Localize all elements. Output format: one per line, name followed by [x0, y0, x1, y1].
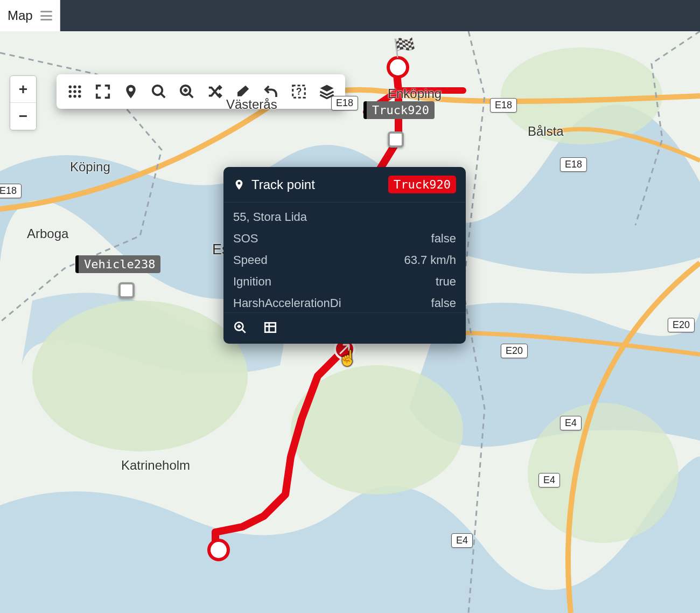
svg-point-11 [78, 90, 81, 93]
svg-point-8 [78, 86, 81, 89]
svg-point-15 [153, 86, 163, 95]
map-menu-button[interactable]: Map [0, 0, 60, 32]
road-sign: E20 [501, 344, 528, 358]
road-sign: E4 [451, 533, 473, 548]
svg-point-13 [73, 95, 76, 98]
fullscreen-button[interactable] [90, 79, 116, 105]
finish-flag-icon: 🏁 [393, 37, 416, 58]
road-sign: E18 [560, 157, 587, 172]
vehicle-label-truck[interactable]: Truck920 [363, 101, 435, 119]
pin-icon [123, 83, 139, 100]
city-label: Köping [70, 159, 110, 175]
svg-point-10 [73, 90, 76, 93]
select-help-button[interactable]: ? [286, 79, 312, 105]
zoom-in-tool-icon [179, 83, 195, 100]
zoom-tool-button[interactable] [174, 79, 200, 105]
popup-row: HarshAccelerationDifalse [233, 296, 456, 310]
vehicle-label-vehicle238[interactable]: Vehicle238 [75, 255, 160, 273]
track-point-popup: Track point Truck920 55, Stora Lida SOSf… [223, 167, 466, 344]
svg-text:?: ? [296, 86, 302, 97]
popup-title: Track point [251, 177, 382, 192]
track-end-marker[interactable] [387, 56, 409, 79]
popup-zoom-button[interactable] [231, 318, 249, 338]
city-label: Bålsta [528, 124, 564, 139]
select-help-icon: ? [291, 83, 307, 100]
fullscreen-icon [95, 83, 111, 100]
zoom-control: + − [10, 75, 37, 130]
shuffle-button[interactable] [202, 79, 228, 105]
map-menu-label: Map [8, 8, 33, 23]
city-label: Västerås [226, 97, 277, 112]
popup-vehicle-badge: Truck920 [388, 176, 456, 193]
vehicle-marker-truck[interactable] [388, 131, 404, 148]
topbar [0, 0, 700, 31]
search-icon [151, 83, 167, 100]
track-start-marker[interactable] [207, 539, 230, 561]
svg-point-1 [32, 301, 248, 451]
marker-button[interactable] [118, 79, 144, 105]
map-toolbar: ? [57, 74, 345, 109]
road-sign: E20 [668, 318, 695, 332]
road-sign: E4 [538, 473, 560, 487]
popup-row: SOSfalse [233, 232, 456, 246]
popup-row: Ignitiontrue [233, 275, 456, 289]
city-label: Katrineholm [121, 458, 190, 473]
road-sign: E18 [0, 184, 22, 198]
city-label: Arboga [27, 226, 68, 241]
svg-point-7 [73, 86, 76, 89]
popup-row: Speed63.7 km/h [233, 253, 456, 267]
zoom-in-icon [233, 321, 247, 335]
table-icon [263, 321, 277, 335]
popup-address: 55, Stora Lida [233, 210, 456, 224]
zoom-in-button[interactable]: + [10, 76, 36, 103]
search-button[interactable] [146, 79, 172, 105]
map-canvas[interactable]: 🏁 + − ? Västerås Enköping Bålsta Köping … [0, 31, 700, 613]
svg-point-6 [69, 86, 72, 89]
road-sign: E18 [331, 96, 358, 110]
road-sign: E4 [560, 416, 582, 430]
zoom-out-button[interactable]: − [10, 103, 36, 130]
shuffle-icon [207, 83, 223, 100]
hamburger-icon [40, 11, 52, 20]
road-sign: E18 [490, 98, 517, 113]
svg-point-12 [69, 95, 72, 98]
pin-icon [233, 179, 245, 191]
svg-point-14 [78, 95, 81, 98]
svg-point-9 [69, 90, 72, 93]
svg-rect-20 [265, 323, 276, 332]
popup-table-button[interactable] [261, 318, 279, 338]
popup-body[interactable]: 55, Stora Lida SOSfalse Speed63.7 km/h I… [223, 203, 466, 312]
vehicle-marker-vehicle238[interactable] [118, 282, 135, 298]
grid-icon [67, 83, 83, 100]
grid-button[interactable] [62, 79, 88, 105]
city-label: Enköping [388, 86, 442, 101]
